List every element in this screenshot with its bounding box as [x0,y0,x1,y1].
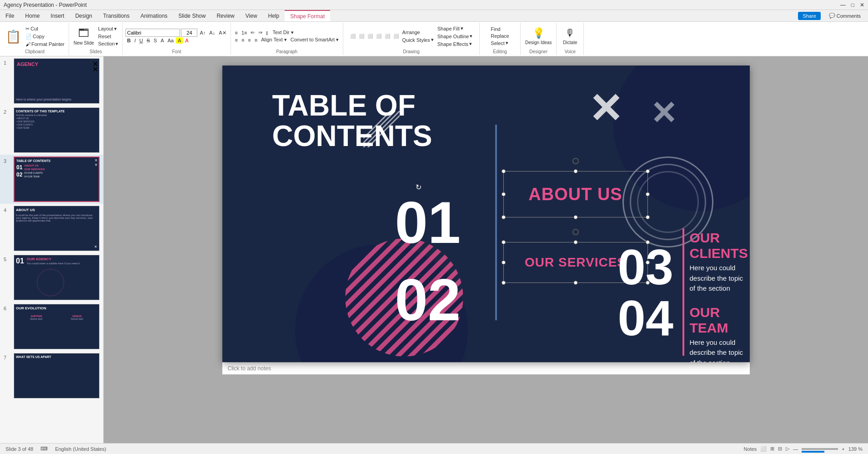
format-painter-button[interactable]: 🖌 Format Painter [24,41,66,47]
shape-6[interactable]: ⬜ [392,33,400,39]
bold-button[interactable]: B [125,37,132,44]
close-icon[interactable]: ✕ [860,2,864,8]
slideshow-button[interactable]: ▷ [786,446,789,452]
handle-br[interactable] [646,215,650,219]
copy-button[interactable]: 📄 Copy [24,33,66,40]
handle-s-bm[interactable] [573,281,577,285]
arrange-button[interactable]: Arrange [401,29,435,35]
handle-s-tl[interactable] [502,240,506,244]
slide-thumb-4[interactable]: ABOUT US It could be the part of the pre… [14,206,100,251]
about-us-selection-box[interactable]: ABOUT US [503,171,648,217]
handle-tm[interactable] [573,169,577,173]
thumb1-action[interactable]: ✕ [92,65,98,74]
handle-ml[interactable] [502,192,506,197]
section-button[interactable]: Section ▾ [97,40,120,47]
slide-sorter-button[interactable]: ⊞ [770,446,774,452]
zoom-in-button[interactable]: + [842,446,844,452]
maximize-icon[interactable]: □ [851,2,854,8]
tab-file[interactable]: File [0,10,20,21]
slide-thumb-1[interactable]: AGENCY Here is where your presentation b… [14,58,100,104]
shape-3[interactable]: ⬜ [366,33,374,39]
tab-animations[interactable]: Animations [135,10,173,21]
underline-button[interactable]: U [138,37,145,44]
layout-button[interactable]: Layout ▾ [97,25,120,32]
shape-5[interactable]: ⬜ [383,33,391,39]
slide-thumb-5[interactable]: 01 OUR AGENCY You could enter a subtitle… [14,255,100,300]
slide-item-6[interactable]: 6 OUR EVOLUTION JUPITER Some text VENUS … [0,302,103,351]
bullets-button[interactable]: ≡ [234,30,239,36]
font-size-input[interactable] [181,29,197,37]
numbering-button[interactable]: 1≡ [240,30,249,36]
paste-button[interactable]: 📋 [4,28,23,44]
zoom-out-button[interactable]: — [793,446,798,452]
new-slide-button[interactable]: 🗔New Slide [72,26,96,46]
align-left-button[interactable]: ≡ [234,37,239,43]
rotate-handle-02[interactable]: ↻ [416,279,421,288]
slide-item-2[interactable]: 2 CONTENTS OF THIS TEMPLATE Find the con… [0,106,103,155]
slide-canvas[interactable]: ✕ ✕ [222,66,750,362]
rotate-handle-01[interactable]: ↻ [416,183,421,192]
handle-tr[interactable] [646,169,650,173]
shape-fill-button[interactable]: Shape Fill ▾ [436,25,474,32]
select-button[interactable]: Select ▾ [489,40,510,46]
tab-shape-format[interactable]: Shape Format [285,10,330,21]
align-right-button[interactable]: ≡ [246,37,252,43]
font-name-input[interactable] [125,29,180,37]
italic-button[interactable]: I [133,37,137,44]
font-size-increase-button[interactable]: A↑ [198,30,207,36]
thumb4-close[interactable]: ✕ [94,245,97,249]
tab-insert[interactable]: Insert [45,10,70,21]
slide-item-1[interactable]: 1 AGENCY Here is where your presentation… [0,56,103,106]
tab-home[interactable]: Home [20,10,45,21]
reading-view-button[interactable]: ⊟ [778,446,782,452]
reset-button[interactable]: Reset [97,33,120,40]
shape-2[interactable]: ⬜ [357,33,366,39]
tab-view[interactable]: View [240,10,263,21]
tab-review[interactable]: Review [211,10,240,21]
zoom-slider[interactable] [802,448,838,450]
slide-item-3[interactable]: 3 TABLE OF CONTENTS 01 02 ABOUT US OUR S… [0,155,103,204]
thumb3-close2[interactable]: ✕ [95,163,98,167]
handle-s-ml[interactable] [502,261,506,265]
quick-styles-button[interactable]: Quick Styles ▾ [401,36,435,43]
justify-button[interactable]: ≡ [253,37,259,43]
design-ideas-button[interactable]: 💡Design Ideas [523,26,553,46]
slide-item-5[interactable]: 5 01 OUR AGENCY You could enter a subtit… [0,253,103,302]
indent-less-button[interactable]: ⇐ [249,29,256,36]
find-button[interactable]: Find [489,26,510,32]
shape-outline-button[interactable]: Shape Outline ▾ [436,33,474,40]
slide-thumb-2[interactable]: CONTENTS OF THIS TEMPLATE Find the conte… [14,107,100,153]
slide-thumb-3[interactable]: TABLE OF CONTENTS 01 02 ABOUT US OUR SER… [14,156,100,202]
text-direction-button[interactable]: Text Dir ▾ [271,29,295,36]
tab-slideshow[interactable]: Slide Show [173,10,211,21]
slide-thumb-7[interactable]: WHAT SETS US APART [14,353,100,399]
handle-mr[interactable] [646,192,650,197]
shadow-button[interactable]: S [152,37,158,44]
font-color-button[interactable]: A [159,37,165,44]
notes-button[interactable]: Notes [744,446,757,452]
handle-bm[interactable] [573,215,577,219]
rotate-handle-services[interactable] [572,229,579,235]
handle-tl[interactable] [502,169,506,173]
comments-button[interactable]: 💬 Comments [825,11,864,20]
font-size-alt-button[interactable]: Aa [166,37,175,44]
cut-button[interactable]: ✂ Cut [24,25,66,32]
normal-view-button[interactable]: ⬜ [760,446,767,452]
font-color2-button[interactable]: A [184,37,190,44]
columns-button[interactable]: ⫿ [265,30,270,36]
clear-formatting-button[interactable]: A✕ [217,30,227,36]
slide-thumb-6[interactable]: OUR EVOLUTION JUPITER Some text VENUS So… [14,304,100,349]
replace-button[interactable]: Replace [489,33,510,39]
shape-4[interactable]: ⬜ [375,33,383,39]
handle-bl[interactable] [502,215,506,219]
highlight-button[interactable]: A [176,37,183,44]
indent-more-button[interactable]: ⇒ [257,29,264,36]
tab-transitions[interactable]: Transitions [98,10,135,21]
slide-item-7[interactable]: 7 WHAT SETS US APART [0,351,103,400]
shape-1[interactable]: ⬜ [349,33,357,39]
share-button[interactable]: Share [798,12,820,20]
font-size-decrease-button[interactable]: A↓ [208,30,216,36]
handle-s-tm[interactable] [573,240,577,244]
dictate-button[interactable]: 🎙Dictate [561,26,579,46]
align-center-button[interactable]: ≡ [240,37,246,43]
